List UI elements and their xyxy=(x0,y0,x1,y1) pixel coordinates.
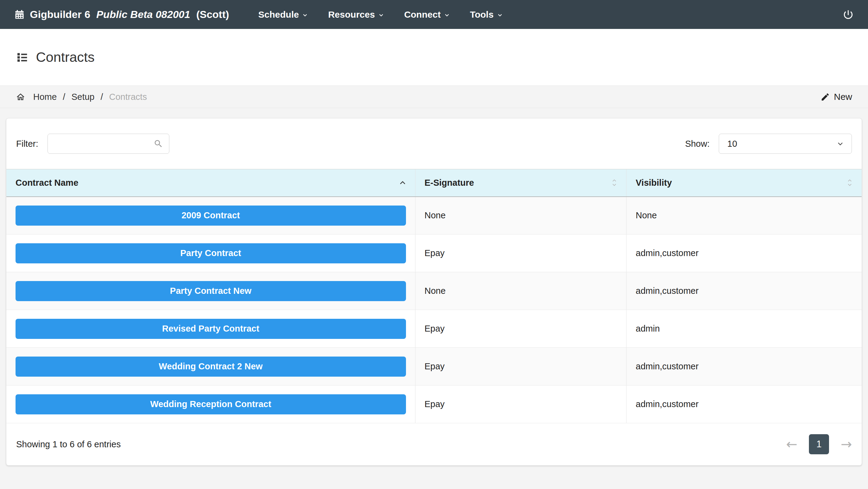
power-icon xyxy=(842,9,854,21)
chevron-down-icon xyxy=(302,12,308,18)
chevron-down-icon xyxy=(378,12,384,18)
visibility-cell: admin xyxy=(626,310,862,348)
column-header-visibility[interactable]: Visibility xyxy=(626,169,862,197)
contract-button[interactable]: 2009 Contract xyxy=(16,205,406,226)
column-label: Contract Name xyxy=(16,178,78,188)
menu-schedule[interactable]: Schedule xyxy=(258,9,308,20)
contract-name-cell: 2009 Contract xyxy=(6,197,415,234)
sort-icon xyxy=(612,178,617,187)
list-icon xyxy=(16,51,29,64)
contract-button[interactable]: Party Contract New xyxy=(16,281,406,301)
chevron-down-icon xyxy=(444,12,450,18)
breadcrumb-setup[interactable]: Setup xyxy=(71,92,94,102)
esignature-cell: None xyxy=(415,197,626,234)
breadcrumb-separator: / xyxy=(100,92,103,102)
brand[interactable]: Gigbuilder 6 Public Beta 082001 (Scott) xyxy=(14,8,229,21)
contract-button[interactable]: Wedding Contract 2 New xyxy=(16,357,406,377)
brand-app-name: Gigbuilder 6 xyxy=(30,8,90,21)
filter-group: Filter: xyxy=(16,134,169,154)
main-menu: Schedule Resources Connect Tools xyxy=(258,9,503,20)
page-size-select[interactable]: 10 xyxy=(719,134,852,154)
breadcrumb-separator: / xyxy=(63,92,65,102)
menu-resources-label: Resources xyxy=(328,9,375,20)
home-icon[interactable] xyxy=(16,92,25,102)
filter-input[interactable] xyxy=(48,134,169,154)
visibility-cell: admin,customer xyxy=(626,386,862,423)
next-page-arrow[interactable]: → xyxy=(841,437,852,451)
table-footer: Showing 1 to 6 of 6 entries ← 1 → xyxy=(6,423,862,465)
contracts-table: Contract Name E-Signature Visibility xyxy=(6,169,862,423)
breadcrumb-bar: Home / Setup / Contracts New xyxy=(0,86,868,108)
new-contract-button[interactable]: New xyxy=(820,92,852,102)
visibility-cell: admin,customer xyxy=(626,348,862,386)
pagination: ← 1 → xyxy=(786,434,852,454)
table-row: Revised Party Contract Epay admin xyxy=(6,310,862,348)
contract-button[interactable]: Wedding Reception Contract xyxy=(16,394,406,414)
contracts-card: Filter: Show: 10 xyxy=(6,118,862,465)
filter-label: Filter: xyxy=(16,139,38,149)
table-row: 2009 Contract None None xyxy=(6,197,862,234)
contract-button[interactable]: Revised Party Contract xyxy=(16,319,406,339)
visibility-cell: None xyxy=(626,197,862,234)
table-row: Party Contract Epay admin,customer xyxy=(6,234,862,272)
breadcrumb-current: Contracts xyxy=(109,92,147,102)
visibility-cell: admin,customer xyxy=(626,234,862,272)
column-label: Visibility xyxy=(636,178,672,188)
new-button-label: New xyxy=(834,92,852,102)
table-row: Party Contract New None admin,customer xyxy=(6,272,862,310)
visibility-cell: admin,customer xyxy=(626,272,862,310)
contract-button[interactable]: Party Contract xyxy=(16,243,406,263)
page-title: Contracts xyxy=(16,49,95,65)
page-1-button[interactable]: 1 xyxy=(809,434,829,454)
column-header-contract-name[interactable]: Contract Name xyxy=(6,169,415,197)
filter-input-wrap xyxy=(48,134,169,154)
menu-resources[interactable]: Resources xyxy=(328,9,384,20)
menu-schedule-label: Schedule xyxy=(258,9,299,20)
contract-name-cell: Wedding Reception Contract xyxy=(6,386,415,423)
column-header-esignature[interactable]: E-Signature xyxy=(415,169,626,197)
brand-beta-label: Public Beta 082001 xyxy=(96,8,190,21)
esignature-cell: Epay xyxy=(415,348,626,386)
contract-name-cell: Revised Party Contract xyxy=(6,310,415,348)
search-icon xyxy=(154,139,163,149)
table-row: Wedding Reception Contract Epay admin,cu… xyxy=(6,386,862,423)
prev-page-arrow[interactable]: ← xyxy=(786,437,797,451)
menu-tools-label: Tools xyxy=(470,9,494,20)
menu-tools[interactable]: Tools xyxy=(470,9,503,20)
column-label: E-Signature xyxy=(425,178,474,188)
brand-user: (Scott) xyxy=(196,8,229,21)
chevron-down-icon xyxy=(497,12,503,18)
table-body: 2009 Contract None None Party Contract E… xyxy=(6,197,862,423)
contract-name-cell: Wedding Contract 2 New xyxy=(6,348,415,386)
entries-summary: Showing 1 to 6 of 6 entries xyxy=(16,439,121,449)
page-size-value: 10 xyxy=(727,139,737,149)
esignature-cell: Epay xyxy=(415,234,626,272)
main-content: Filter: Show: 10 xyxy=(0,108,868,465)
table-toolbar: Filter: Show: 10 xyxy=(6,119,862,169)
menu-connect-label: Connect xyxy=(404,9,441,20)
contract-name-cell: Party Contract xyxy=(6,234,415,272)
pencil-icon xyxy=(820,92,830,102)
table-row: Wedding Contract 2 New Epay admin,custom… xyxy=(6,348,862,386)
esignature-cell: Epay xyxy=(415,386,626,423)
title-section: Contracts xyxy=(0,29,868,86)
page-title-text: Contracts xyxy=(36,49,95,65)
calendar-icon xyxy=(14,9,25,20)
logout-power-button[interactable] xyxy=(842,9,854,21)
chevron-down-icon xyxy=(837,140,844,148)
sort-icon xyxy=(847,178,852,187)
esignature-cell: None xyxy=(415,272,626,310)
esignature-cell: Epay xyxy=(415,310,626,348)
show-group: Show: 10 xyxy=(685,134,852,154)
top-navbar: Gigbuilder 6 Public Beta 082001 (Scott) … xyxy=(0,0,868,29)
sort-asc-icon xyxy=(399,181,406,185)
show-label: Show: xyxy=(685,139,710,149)
breadcrumb-home[interactable]: Home xyxy=(33,92,57,102)
breadcrumb: Home / Setup / Contracts xyxy=(16,92,147,102)
contract-name-cell: Party Contract New xyxy=(6,272,415,310)
menu-connect[interactable]: Connect xyxy=(404,9,450,20)
